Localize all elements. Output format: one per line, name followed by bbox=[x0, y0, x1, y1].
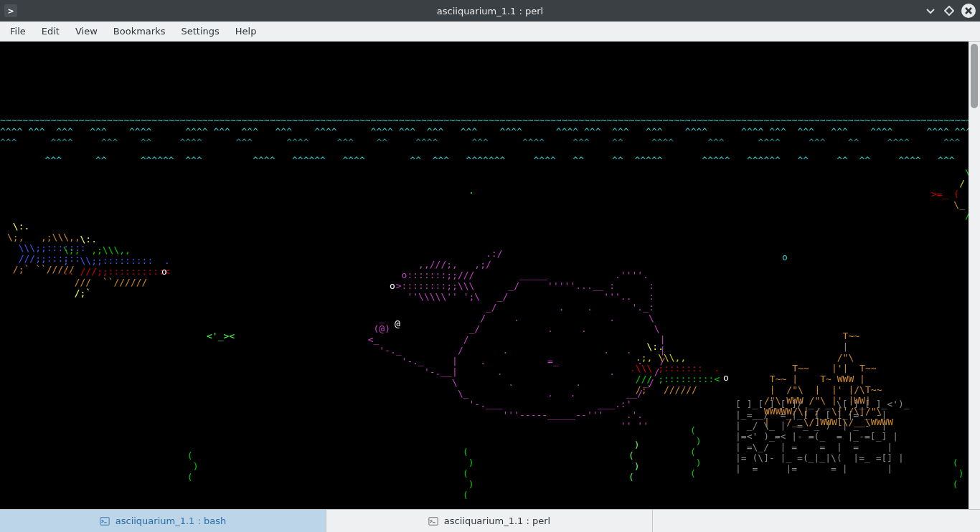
minimize-button[interactable] bbox=[924, 4, 937, 17]
app-icon: > bbox=[4, 4, 17, 17]
vertical-scrollbar[interactable] bbox=[969, 42, 980, 509]
scrollbar-thumb[interactable] bbox=[971, 44, 978, 108]
whale-eye: o bbox=[390, 280, 395, 291]
terminal-icon bbox=[428, 516, 438, 526]
menu-view[interactable]: View bbox=[68, 23, 105, 39]
tab-label: asciiquarium_1.1 : bash bbox=[116, 516, 226, 526]
seaweed: ( ) ( bbox=[947, 457, 963, 490]
tab-label: asciiquarium_1.1 : perl bbox=[444, 516, 550, 526]
window-controls bbox=[924, 4, 976, 18]
tab-perl[interactable]: asciiquarium_1.1 : perl bbox=[326, 510, 653, 532]
waves-row-1: ^^^^ ^^^ ^^^ ^^^ ^^^^ ^^^^ ^^^ ^^^ ^^^ ^… bbox=[0, 126, 969, 137]
window-titlebar: > asciiquarium_1.1 : perl bbox=[0, 0, 980, 22]
tab-bar: asciiquarium_1.1 : bash asciiquarium_1.1… bbox=[0, 509, 980, 532]
seaweed: ( ) ( bbox=[182, 450, 198, 483]
tabbar-filler bbox=[653, 510, 980, 532]
fish-eye: o bbox=[161, 266, 167, 277]
fish-eye: o bbox=[723, 372, 729, 383]
menu-bookmarks[interactable]: Bookmarks bbox=[106, 23, 173, 39]
svg-rect-1 bbox=[429, 517, 438, 525]
terminal-icon bbox=[100, 516, 110, 526]
menu-help[interactable]: Help bbox=[228, 23, 264, 39]
seaweed: ( ) ( ) ( bbox=[463, 447, 474, 500]
fish-partial-right: \ / \ >=_ ( '> \_ / / bbox=[931, 167, 969, 221]
menu-edit[interactable]: Edit bbox=[34, 23, 67, 39]
svg-rect-0 bbox=[100, 517, 109, 525]
maximize-button[interactable] bbox=[943, 4, 956, 17]
terminal-container: ~~~~~~~~~~~~~~~~~~~~~~~~~~~~~~~~~~~~~~~~… bbox=[0, 42, 980, 509]
waves-row-2: ^^^ ^^^^ ^^^ ^^ ^^^^ ^^^ ^^^^ ^^^ ^^ ^^^… bbox=[0, 137, 969, 148]
bubble: . bbox=[468, 185, 474, 196]
fish-left-2: \:. \;, ,;\\\,, ; \\;;::::::::: . :. ///… bbox=[63, 234, 170, 298]
castle-body: [ ]_[ ]_[ ]/ _ _ \[ ]_[ ]_<')_ |_=__/ =_… bbox=[735, 399, 910, 474]
menu-file[interactable]: File bbox=[3, 23, 33, 39]
water-surface: ~~~~~~~~~~~~~~~~~~~~~~~~~~~~~~~~~~~~~~~~… bbox=[0, 115, 969, 125]
waves-row-3: ^^^ ^^ ^^^^^^ ^^^ ^^^^ ^^^^^^ ^^^^ ^^ ^^… bbox=[0, 155, 966, 166]
close-button[interactable] bbox=[961, 4, 976, 18]
whale-eye-2: @ bbox=[395, 318, 400, 329]
fish-right-small: \:. .;, \\\,, .\\\ ;::::::: . /// ;:::::… bbox=[630, 341, 720, 395]
whale: .:/ ,,///;, ,;/ o:::::::;;/// _____ .'''… bbox=[357, 248, 665, 431]
seaweed: ( ) ( ) ( bbox=[690, 425, 702, 479]
seaweed: ) ( ) ( bbox=[628, 440, 640, 483]
small-fish: <'_>< bbox=[207, 331, 235, 341]
terminal-output[interactable]: ~~~~~~~~~~~~~~~~~~~~~~~~~~~~~~~~~~~~~~~~… bbox=[0, 42, 969, 509]
tab-bash[interactable]: asciiquarium_1.1 : bash bbox=[0, 510, 326, 532]
bubble: o bbox=[782, 252, 788, 262]
menu-settings[interactable]: Settings bbox=[174, 23, 226, 39]
window-title: asciiquarium_1.1 : perl bbox=[0, 6, 980, 16]
menu-bar: File Edit View Bookmarks Settings Help bbox=[0, 22, 980, 42]
